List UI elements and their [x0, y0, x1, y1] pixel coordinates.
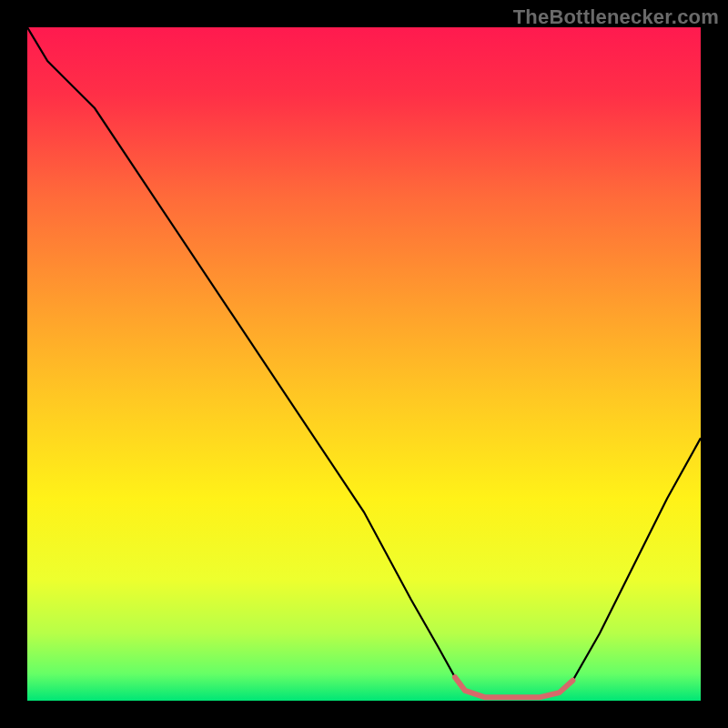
- watermark-text: TheBottlenecker.com: [513, 5, 719, 29]
- plot-svg: [27, 27, 701, 701]
- chart-container: TheBottlenecker.com: [0, 0, 728, 728]
- plot-area: [27, 27, 701, 701]
- gradient-background: [27, 27, 701, 701]
